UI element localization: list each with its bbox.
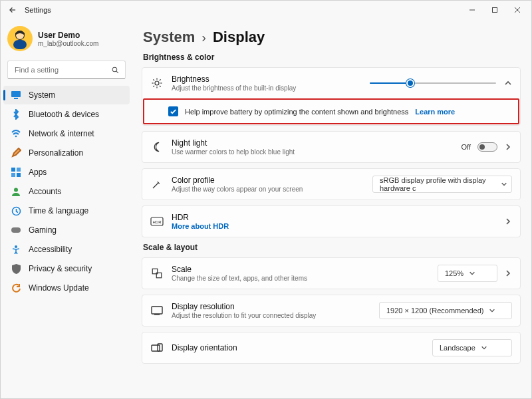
color-profile-select[interactable]: sRGB display profile with display hardwa… — [372, 176, 512, 193]
nav-item-network[interactable]: Network & internet — [3, 124, 130, 143]
color-profile-value: sRGB display profile with display hardwa… — [380, 176, 495, 192]
paintbrush-icon — [10, 147, 22, 159]
chevron-right-icon[interactable] — [504, 269, 512, 277]
color-profile-sub: Adjust the way colors appear on your scr… — [172, 186, 364, 193]
color-profile-title: Color profile — [172, 176, 364, 185]
svg-rect-15 — [17, 173, 21, 177]
nav-item-apps[interactable]: Apps — [3, 163, 130, 182]
gaming-icon — [10, 224, 22, 236]
brightness-card: Brightness Adjust the brightness of the … — [142, 67, 521, 126]
accounts-icon — [10, 186, 22, 198]
resolution-card[interactable]: Display resolution Adjust the resolution… — [142, 295, 521, 327]
orientation-title: Display orientation — [172, 343, 424, 352]
svg-rect-18 — [11, 227, 21, 233]
brightness-row[interactable]: Brightness Adjust the brightness of the … — [142, 68, 520, 98]
shield-icon — [10, 263, 22, 275]
back-button[interactable] — [7, 5, 18, 15]
scale-select[interactable]: 125% — [438, 265, 497, 282]
maximize-button[interactable] — [483, 1, 506, 19]
night-light-sub: Use warmer colors to help block blue lig… — [172, 148, 454, 156]
bluetooth-icon — [10, 108, 22, 120]
svg-point-16 — [14, 188, 18, 192]
svg-rect-14 — [11, 173, 15, 177]
nav-label: Accounts — [29, 187, 61, 196]
svg-rect-35 — [152, 345, 160, 351]
hdr-card[interactable]: HDR HDR More about HDR — [142, 205, 521, 237]
nav-item-gaming[interactable]: Gaming — [3, 221, 130, 239]
scale-card[interactable]: Scale Change the size of text, apps, and… — [142, 257, 521, 289]
night-light-title: Night light — [172, 138, 454, 148]
battery-optimize-label: Help improve battery by optimizing the c… — [185, 108, 408, 116]
nav-item-accounts[interactable]: Accounts — [3, 182, 130, 201]
user-block[interactable]: User Demo m_lab@outlook.com — [1, 22, 132, 58]
svg-rect-12 — [11, 168, 15, 172]
svg-text:HDR: HDR — [153, 220, 162, 224]
chevron-right-icon[interactable] — [504, 217, 512, 225]
nav-item-system[interactable]: System — [3, 86, 130, 104]
apps-icon — [10, 166, 22, 178]
breadcrumb: System › Display — [143, 29, 521, 46]
nav-label: Network & internet — [29, 129, 94, 138]
eyedropper-icon — [150, 178, 164, 191]
nav-label: Time & language — [29, 206, 88, 215]
orientation-card[interactable]: Display orientation Landscape — [142, 332, 521, 364]
clock-icon — [10, 205, 22, 217]
svg-point-20 — [155, 81, 159, 85]
accessibility-icon — [10, 243, 22, 255]
nav-item-accessibility[interactable]: Accessibility — [3, 240, 130, 259]
minimize-button[interactable] — [461, 1, 483, 19]
svg-rect-33 — [152, 307, 162, 314]
nav-item-time-language[interactable]: Time & language — [3, 201, 130, 220]
hdr-link[interactable]: More about HDR — [172, 222, 496, 230]
chevron-right-icon[interactable] — [504, 143, 512, 151]
svg-line-8 — [116, 70, 118, 72]
brightness-icon — [150, 76, 164, 90]
nav-item-privacy[interactable]: Privacy & security — [3, 259, 130, 278]
resolution-select[interactable]: 1920 × 1200 (Recommended) — [379, 302, 512, 319]
nav-item-personalization[interactable]: Personalization — [3, 144, 130, 162]
brightness-sub: Adjust the brightness of the built-in di… — [172, 84, 362, 92]
search-icon — [111, 66, 120, 74]
search-input[interactable] — [13, 65, 111, 74]
nav-label: Windows Update — [29, 283, 89, 293]
system-icon — [10, 89, 22, 101]
resolution-sub: Adjust the resolution to fit your connec… — [172, 312, 371, 319]
user-name: User Demo — [38, 31, 98, 40]
close-button[interactable] — [506, 1, 529, 19]
scale-sub: Change the size of text, apps, and other… — [172, 275, 430, 282]
learn-more-link[interactable]: Learn more — [415, 108, 455, 116]
night-light-icon — [150, 140, 164, 154]
battery-optimize-row[interactable]: Help improve battery by optimizing the c… — [143, 98, 519, 124]
nav-item-bluetooth[interactable]: Bluetooth & devices — [3, 105, 130, 124]
app-title: Settings — [25, 6, 51, 14]
scale-icon — [150, 267, 164, 280]
nav-label: Apps — [29, 168, 47, 177]
svg-rect-13 — [17, 168, 21, 172]
color-profile-card[interactable]: Color profile Adjust the way colors appe… — [142, 168, 521, 200]
nav-label: Personalization — [29, 148, 83, 158]
update-icon — [10, 282, 22, 294]
chevron-right-icon: › — [201, 30, 206, 45]
breadcrumb-parent[interactable]: System — [143, 29, 195, 46]
battery-optimize-checkbox[interactable] — [168, 106, 178, 116]
svg-line-25 — [153, 79, 154, 80]
search-box[interactable] — [7, 61, 126, 79]
orientation-select[interactable]: Landscape — [432, 339, 512, 356]
night-light-toggle[interactable] — [477, 142, 497, 152]
nav-label: Accessibility — [29, 245, 72, 254]
chevron-down-icon — [489, 307, 495, 314]
chevron-up-icon[interactable] — [504, 79, 512, 87]
svg-line-27 — [153, 86, 154, 87]
svg-rect-5 — [13, 40, 27, 49]
nav-label: System — [29, 90, 55, 100]
night-light-card[interactable]: Night light Use warmer colors to help bl… — [142, 131, 521, 163]
scale-title: Scale — [172, 265, 430, 274]
nav-item-windows-update[interactable]: Windows Update — [3, 279, 130, 297]
hdr-title: HDR — [172, 213, 496, 222]
resolution-value: 1920 × 1200 (Recommended) — [386, 307, 483, 315]
orientation-icon — [150, 341, 164, 354]
wifi-icon — [10, 128, 22, 140]
avatar — [7, 26, 33, 51]
brightness-slider[interactable] — [370, 78, 496, 88]
nav-label: Privacy & security — [29, 264, 92, 273]
